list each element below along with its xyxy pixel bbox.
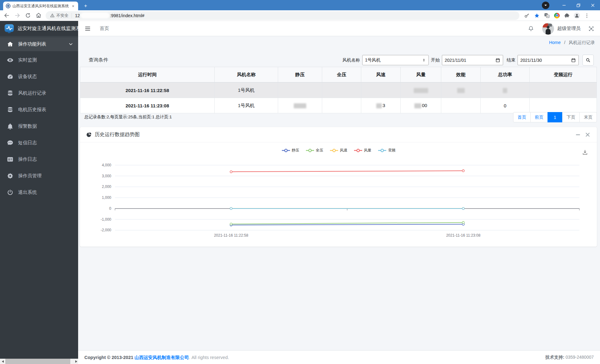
svg-text:1,000: 1,000 — [102, 195, 111, 200]
sidebar-item-operation-log[interactable]: 操作日志 — [0, 152, 78, 166]
app: 运安对旋主通风机在线监测系统 操作功能列表实时监测设备状态风机运行记录电机历史报… — [0, 21, 600, 364]
table-column-header[interactable]: 变频运行 — [530, 67, 597, 83]
table-cell — [278, 82, 322, 98]
search-icon — [586, 58, 591, 63]
table-row[interactable]: 2021-11-16 11:22:581号风机 — [80, 82, 597, 98]
table-row[interactable]: 2021-11-16 11:23:081号风机3000 — [80, 98, 597, 113]
bookmark-star-icon[interactable] — [534, 12, 540, 19]
extensions-puzzle-icon[interactable] — [564, 12, 570, 19]
hamburger-menu-icon[interactable] — [84, 25, 91, 32]
reload-icon[interactable] — [24, 12, 32, 20]
database-icon — [7, 90, 13, 96]
browser-tab[interactable]: 山西运安主通风实时在线监测系统 × — [3, 2, 78, 10]
sidebar-item-fan-run-records[interactable]: 风机运行记录 — [0, 86, 78, 100]
sidebar-item-operator-admin[interactable]: 操作员管理 — [0, 169, 78, 183]
sidebar-item-alarm-data[interactable]: 报警数据 — [0, 119, 78, 133]
forward-icon[interactable] — [13, 12, 21, 20]
password-key-icon[interactable] — [524, 12, 530, 19]
window-close-button[interactable] — [586, 0, 600, 10]
url-redacted-segment — [81, 12, 109, 18]
user-name[interactable]: 超级管理员 — [557, 26, 581, 32]
url-text[interactable]: 12 :9981/index.html# — [75, 12, 144, 18]
sidebar-horizontal-scrollbar[interactable] — [0, 359, 78, 364]
sidebar-item-sms-log[interactable]: 短信日志 — [0, 136, 78, 150]
table-column-header[interactable]: 运行时间 — [80, 67, 215, 83]
window-restore-button[interactable] — [571, 0, 586, 10]
main-area: 首页 超级管理员 Home / — [78, 21, 600, 364]
browser-titlebar: 山西运安主通风实时在线监测系统 × + — [0, 0, 600, 10]
browser-profile-icon[interactable] — [542, 2, 549, 9]
gauge-icon — [7, 73, 13, 80]
sidebar-item-menu-root[interactable]: 操作功能列表 — [0, 37, 78, 51]
sidebar-item-label: 风机运行记录 — [18, 90, 46, 96]
notification-bell-icon[interactable] — [528, 26, 534, 32]
browser-user-icon[interactable] — [574, 12, 580, 19]
gear-icon — [7, 173, 13, 179]
search-button[interactable] — [582, 55, 594, 66]
sidebar-item-logout[interactable]: 退出系统 — [0, 185, 78, 199]
query-bar: 查询条件 风机名称 1号风机 开始 2021/11/01 结束 — [80, 54, 597, 66]
bell-icon — [7, 123, 13, 130]
redacted-value — [503, 88, 507, 93]
scrollbar-right-arrow[interactable] — [73, 359, 78, 364]
card-minimize-button[interactable] — [576, 132, 580, 137]
scrollbar-left-arrow[interactable] — [0, 359, 5, 364]
screen: 山西运安主通风实时在线监测系统 × + — [0, 0, 600, 364]
sidebar-item-motor-history[interactable]: 电机历史报表 — [0, 103, 78, 117]
new-tab-button[interactable]: + — [82, 2, 89, 9]
table-column-header[interactable]: 总功率 — [481, 67, 530, 83]
table-column-header[interactable]: 全压 — [322, 67, 361, 83]
breadcrumb: Home / 风机运行记录 — [549, 40, 595, 46]
fan-select[interactable]: 1号风机 — [362, 55, 429, 65]
browser-menu-icon[interactable] — [584, 12, 590, 19]
home-icon — [7, 41, 13, 47]
pie-chart-icon — [86, 132, 92, 137]
browser-home-icon[interactable] — [34, 12, 42, 20]
company-link[interactable]: 山西运安风机制造有限公司 — [135, 355, 189, 360]
table-column-header[interactable]: 效能 — [441, 67, 481, 83]
pagination-button[interactable]: 首页 — [513, 112, 531, 122]
redacted-value — [414, 103, 421, 108]
window-minimize-button[interactable] — [557, 0, 571, 10]
back-icon[interactable] — [2, 12, 11, 20]
table-cell — [481, 82, 530, 98]
svg-text:2,000: 2,000 — [102, 184, 111, 189]
table-column-header[interactable]: 风机名称 — [214, 67, 278, 83]
svg-text:2021-11-16 11:23:08: 2021-11-16 11:23:08 — [446, 233, 481, 238]
redacted-value — [376, 103, 382, 108]
table-column-header[interactable]: 静压 — [278, 67, 322, 83]
pagination-button[interactable]: 1 — [548, 112, 562, 122]
chrome-extension-icon[interactable] — [554, 12, 560, 19]
translate-icon[interactable]: 文A — [544, 12, 550, 19]
end-date-input[interactable]: 2021/11/30 — [518, 55, 579, 65]
chevron-down-icon — [68, 42, 73, 47]
card-close-button[interactable] — [585, 132, 590, 137]
pagination-button[interactable]: 前页 — [530, 112, 548, 122]
table-column-header[interactable]: 风速 — [361, 67, 401, 83]
start-date-input[interactable]: 2021/11/01 — [442, 55, 503, 65]
fan-run-records-table: 运行时间风机名称静压全压风速风量效能总功率变频运行2021-11-16 11:2… — [80, 67, 597, 113]
pagination-button[interactable]: 下页 — [562, 112, 580, 122]
security-warning[interactable]: 不安全 — [50, 13, 68, 18]
table-cell: 3 — [361, 98, 401, 113]
sidebar-item-device-status[interactable]: 设备状态 — [0, 70, 78, 84]
sidebar-item-realtime[interactable]: 实时监测 — [0, 53, 78, 67]
brand[interactable]: 运安对旋主通风机在线监测系统 — [0, 21, 78, 37]
topbar-home-link[interactable]: 首页 — [100, 26, 109, 32]
tab-close-icon[interactable]: × — [71, 4, 76, 8]
address-separator — [72, 13, 72, 18]
favicon-icon — [6, 3, 11, 8]
breadcrumb-home-link[interactable]: Home — [549, 40, 561, 45]
user-avatar[interactable] — [542, 23, 554, 35]
scrollbar-thumb[interactable] — [5, 359, 70, 364]
trend-chart[interactable]: -2,000-1,00001,0002,0003,0004,0002021-11… — [80, 142, 597, 248]
svg-text:-2,000: -2,000 — [101, 228, 111, 232]
table-column-header[interactable]: 风量 — [400, 67, 441, 83]
fullscreen-expand-icon[interactable] — [588, 26, 594, 32]
table-cell — [400, 82, 441, 98]
pagination: 首页前页1下页末页 — [513, 112, 597, 122]
page-content: Home / 风机运行记录 查询条件 风机名称 1号风机 开始 20 — [78, 36, 600, 350]
pagination-button[interactable]: 末页 — [579, 112, 597, 122]
address-bar[interactable]: 不安全 12 :9981/index.html# — [46, 11, 519, 20]
breadcrumb-current: 风机运行记录 — [569, 40, 595, 45]
